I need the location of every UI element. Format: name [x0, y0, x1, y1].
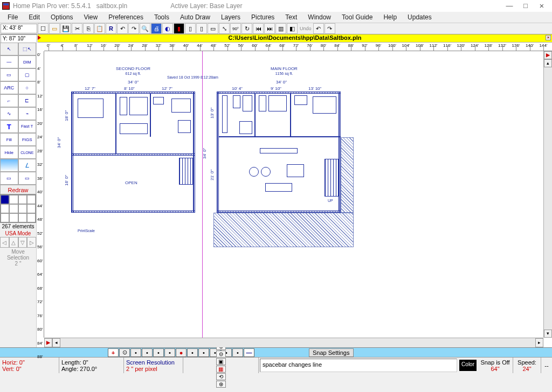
insert-v-button[interactable]: ▯: [196, 23, 207, 34]
hide-tool[interactable]: Hide: [0, 146, 18, 159]
cut-button[interactable]: ✂: [72, 23, 82, 34]
snap-dot-2[interactable]: •: [130, 348, 141, 357]
forward-button[interactable]: ⏭: [264, 23, 275, 34]
zoom-region-button[interactable]: ▦: [216, 366, 226, 373]
window-tool[interactable]: ⊏: [18, 94, 37, 107]
restore-button[interactable]: R: [106, 23, 116, 34]
snap-minus-button[interactable]: —: [244, 348, 254, 357]
maximize-button[interactable]: □: [518, 1, 534, 11]
door-tool[interactable]: ⌐: [0, 94, 18, 107]
scroll-down-icon[interactable]: ▾: [544, 330, 552, 338]
menu-file[interactable]: File: [2, 12, 23, 22]
new-button[interactable]: ☐: [38, 23, 49, 34]
snap-dot-4[interactable]: •: [153, 348, 164, 357]
print-button[interactable]: 🖨: [151, 23, 162, 34]
zoom-prev-button[interactable]: ⟲: [216, 373, 226, 380]
line-tool[interactable]: —: [0, 55, 18, 68]
snap-dot-8[interactable]: •: [198, 348, 209, 357]
close-button[interactable]: ×: [534, 1, 550, 11]
menu-help[interactable]: Help: [378, 12, 402, 22]
redraw-button[interactable]: Redraw: [0, 185, 36, 194]
insert-h-button[interactable]: ▭: [208, 23, 218, 34]
scroll-up-icon[interactable]: ▴: [544, 59, 552, 67]
menu-autodraw[interactable]: Auto Draw: [175, 12, 216, 22]
rewind-button[interactable]: ⏮: [253, 23, 264, 34]
fill-tool[interactable]: Fill: [0, 133, 18, 146]
text-tool[interactable]: T: [0, 120, 18, 133]
flip-h-button[interactable]: ▯: [185, 23, 196, 34]
clone-tool[interactable]: CLONE: [18, 146, 37, 159]
snap-plus-button[interactable]: +: [108, 348, 119, 357]
open-button[interactable]: ▭: [49, 23, 60, 34]
snap-dot-6[interactable]: ●: [176, 348, 187, 357]
mirror-button[interactable]: ▥: [275, 23, 286, 34]
scroll-right-icon[interactable]: ▸: [535, 338, 543, 347]
tool-x2[interactable]: ⎳: [18, 159, 37, 172]
drawing-canvas[interactable]: SECOND FLOOR 612 sq ft. 34' 0" 12' 7" 8'…: [44, 51, 543, 338]
rect-tool[interactable]: ▢: [18, 68, 37, 81]
main-stairs-icon: [325, 159, 339, 197]
arc-tool[interactable]: ARC: [0, 81, 18, 94]
resize-button[interactable]: ⤡: [219, 23, 230, 34]
snap-dot-11[interactable]: •: [232, 348, 243, 357]
tool-a[interactable]: ◐: [162, 23, 173, 34]
undo-arrow-button[interactable]: ↶: [117, 23, 128, 34]
menu-toolguide[interactable]: Tool Guide: [336, 12, 378, 22]
file-name: saltbox.pln: [96, 2, 127, 10]
paste-button[interactable]: 📋: [94, 23, 105, 34]
zoom-fit-button[interactable]: ▣: [216, 358, 226, 365]
menu-text[interactable]: Text: [280, 12, 302, 22]
minimize-button[interactable]: —: [501, 1, 518, 11]
scale-button[interactable]: ◧: [287, 23, 298, 34]
path-close-button[interactable]: ×: [546, 35, 551, 40]
menu-pictures[interactable]: Pictures: [246, 12, 280, 22]
curve-tool[interactable]: ∿: [0, 107, 18, 120]
menu-preferences[interactable]: Preferences: [103, 12, 149, 22]
snap-dot-5[interactable]: •: [164, 348, 175, 357]
nudge-right[interactable]: ▷: [27, 237, 36, 248]
refresh-button[interactable]: ↻: [242, 23, 252, 34]
lasso-tool[interactable]: ⬚↖: [18, 43, 37, 55]
horizontal-scrollbar[interactable]: ▶ ◂ ▸: [44, 338, 543, 347]
redo-button[interactable]: ↷: [325, 23, 335, 34]
color-palette[interactable]: [0, 194, 36, 223]
redo-arrow-button[interactable]: ↷: [128, 23, 139, 34]
undo-button[interactable]: ↶: [313, 23, 324, 34]
scroll-left-red-icon[interactable]: ▶: [44, 338, 52, 347]
menu-window[interactable]: Window: [302, 12, 336, 22]
snap-settings-button[interactable]: Snap Settings: [309, 348, 354, 357]
scroll-up-red-icon[interactable]: ▶: [544, 51, 552, 59]
snap-dot-7[interactable]: •: [187, 348, 198, 357]
menu-edit[interactable]: Edit: [23, 12, 45, 22]
arrow-tool[interactable]: ↖: [0, 43, 18, 55]
nudge-up[interactable]: △: [9, 237, 18, 248]
vertical-scrollbar[interactable]: ▶ ▴ ▾: [543, 51, 552, 338]
zoom-button[interactable]: 🔍: [140, 23, 150, 34]
fast-text-tool[interactable]: Fast T: [18, 120, 37, 133]
menu-layers[interactable]: Layers: [216, 12, 246, 22]
save-button[interactable]: 💾: [60, 23, 71, 34]
tool-y2[interactable]: ▭: [18, 172, 37, 185]
scroll-left-icon[interactable]: ◂: [52, 338, 60, 347]
rotate-button[interactable]: 90°: [230, 23, 241, 34]
figures-tool[interactable]: FIGS: [18, 133, 37, 146]
tool-y1[interactable]: ▭: [0, 172, 18, 185]
color-button[interactable]: Color: [459, 360, 477, 371]
copy-button[interactable]: ⎘: [83, 23, 94, 34]
wall-tool[interactable]: ▭: [0, 68, 18, 81]
dim-tool[interactable]: DIM: [18, 55, 37, 68]
nudge-left[interactable]: ◁: [0, 237, 9, 248]
nudge-down[interactable]: ▽: [18, 237, 27, 248]
circle-tool[interactable]: ○: [18, 81, 37, 94]
zoom-out-button[interactable]: ⊖: [216, 351, 226, 358]
zoom-next-button[interactable]: ⊛: [216, 381, 226, 388]
menu-updates[interactable]: Updates: [402, 12, 437, 22]
snap-dot-1[interactable]: ⊙: [119, 348, 130, 357]
tool-x1[interactable]: [0, 159, 18, 172]
tool-b[interactable]: ▮: [174, 23, 184, 34]
menu-tools[interactable]: Tools: [149, 12, 175, 22]
snap-dot-3[interactable]: •: [142, 348, 153, 357]
menu-view[interactable]: View: [78, 12, 103, 22]
spline-tool[interactable]: ⌁: [18, 107, 37, 120]
menu-options[interactable]: Options: [45, 12, 78, 22]
